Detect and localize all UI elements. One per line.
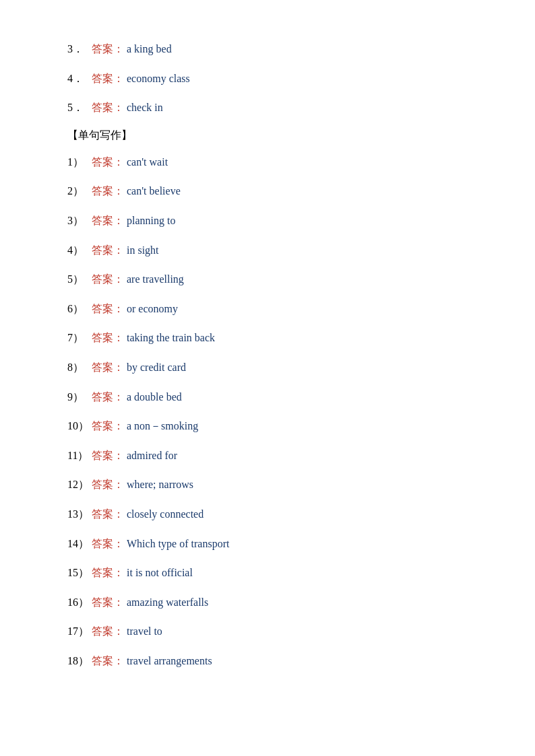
sentence-list-item: 16） 答案： amazing waterfalls xyxy=(67,594,468,611)
answer-label: 答案： xyxy=(92,300,124,318)
top-items-section: 3． 答案： a king bed 4． 答案： economy class 5… xyxy=(67,40,468,116)
answer-text: are travelling xyxy=(127,271,184,288)
answer-text: by credit card xyxy=(127,359,186,376)
item-number: 15） xyxy=(67,564,92,582)
answer-text: or economy xyxy=(127,300,178,318)
answer-text: can't wait xyxy=(127,153,168,171)
item-number: 4． xyxy=(67,70,92,88)
item-number: 5） xyxy=(67,271,92,288)
answer-text: Which type of transport xyxy=(127,535,229,553)
answer-label: 答案： xyxy=(92,329,124,347)
answer-text: a king bed xyxy=(127,40,172,58)
answer-label: 答案： xyxy=(92,535,124,553)
answer-label: 答案： xyxy=(92,476,124,493)
sentence-list-item: 7） 答案： taking the train back xyxy=(67,329,468,347)
sentence-list-item: 11） 答案： admired for xyxy=(67,447,468,465)
answer-text: planning to xyxy=(127,212,175,230)
answer-label: 答案： xyxy=(92,359,124,376)
item-number: 3． xyxy=(67,40,92,58)
item-number: 7） xyxy=(67,329,92,347)
answer-text: can't believe xyxy=(127,182,181,200)
top-list-item: 4． 答案： economy class xyxy=(67,70,468,88)
item-number: 18） xyxy=(67,652,92,670)
top-list-item: 3． 答案： a king bed xyxy=(67,40,468,58)
answer-label: 答案： xyxy=(92,652,124,670)
answer-text: travel arrangements xyxy=(127,652,212,670)
answer-label: 答案： xyxy=(92,447,124,465)
answer-text: economy class xyxy=(127,70,190,88)
section-header: 【单句写作】 xyxy=(67,129,468,143)
answer-text: in sight xyxy=(127,242,159,259)
answer-label: 答案： xyxy=(92,242,124,259)
sentence-list-item: 15） 答案： it is not official xyxy=(67,564,468,582)
item-number: 1） xyxy=(67,153,92,171)
item-number: 6） xyxy=(67,300,92,318)
answer-label: 答案： xyxy=(92,417,124,435)
section-header-container: 【单句写作】 xyxy=(67,129,468,143)
answer-text: taking the train back xyxy=(127,329,215,347)
answer-label: 答案： xyxy=(92,271,124,288)
item-number: 17） xyxy=(67,623,92,640)
sentence-items-section: 1） 答案： can't wait 2） 答案： can't believe 3… xyxy=(67,153,468,670)
item-number: 16） xyxy=(67,594,92,611)
sentence-list-item: 1） 答案： can't wait xyxy=(67,153,468,171)
item-number: 3） xyxy=(67,212,92,230)
item-number: 11） xyxy=(67,447,92,465)
sentence-list-item: 3） 答案： planning to xyxy=(67,212,468,230)
top-list-item: 5． 答案： check in xyxy=(67,99,468,116)
item-number: 2） xyxy=(67,182,92,200)
sentence-list-item: 5） 答案： are travelling xyxy=(67,271,468,288)
sentence-list-item: 9） 答案： a double bed xyxy=(67,388,468,406)
answer-label: 答案： xyxy=(92,506,124,523)
item-number: 9） xyxy=(67,388,92,406)
sentence-list-item: 8） 答案： by credit card xyxy=(67,359,468,376)
sentence-list-item: 18） 答案： travel arrangements xyxy=(67,652,468,670)
answer-label: 答案： xyxy=(92,564,124,582)
sentence-list-item: 12） 答案： where; narrows xyxy=(67,476,468,493)
item-number: 14） xyxy=(67,535,92,553)
answer-label: 答案： xyxy=(92,99,124,116)
answer-label: 答案： xyxy=(92,70,124,88)
item-number: 13） xyxy=(67,506,92,523)
item-number: 4） xyxy=(67,242,92,259)
answer-text: check in xyxy=(127,99,163,116)
answer-text: amazing waterfalls xyxy=(127,594,208,611)
item-number: 10） xyxy=(67,417,92,435)
answer-text: closely connected xyxy=(127,506,203,523)
answer-text: admired for xyxy=(127,447,177,465)
answer-label: 答案： xyxy=(92,182,124,200)
answer-text: a double bed xyxy=(127,388,182,406)
item-number: 5． xyxy=(67,99,92,116)
sentence-list-item: 10） 答案： a non－smoking xyxy=(67,417,468,435)
answer-label: 答案： xyxy=(92,623,124,640)
answer-label: 答案： xyxy=(92,153,124,171)
item-number: 12） xyxy=(67,476,92,493)
answer-label: 答案： xyxy=(92,212,124,230)
sentence-list-item: 4） 答案： in sight xyxy=(67,242,468,259)
sentence-list-item: 6） 答案： or economy xyxy=(67,300,468,318)
answer-label: 答案： xyxy=(92,388,124,406)
answer-label: 答案： xyxy=(92,40,124,58)
answer-text: travel to xyxy=(127,623,162,640)
answer-text: it is not official xyxy=(127,564,193,582)
sentence-list-item: 2） 答案： can't believe xyxy=(67,182,468,200)
answer-text: a non－smoking xyxy=(127,417,198,435)
sentence-list-item: 14） 答案： Which type of transport xyxy=(67,535,468,553)
answer-label: 答案： xyxy=(92,594,124,611)
answer-text: where; narrows xyxy=(127,476,193,493)
sentence-list-item: 13） 答案： closely connected xyxy=(67,506,468,523)
sentence-list-item: 17） 答案： travel to xyxy=(67,623,468,640)
item-number: 8） xyxy=(67,359,92,376)
